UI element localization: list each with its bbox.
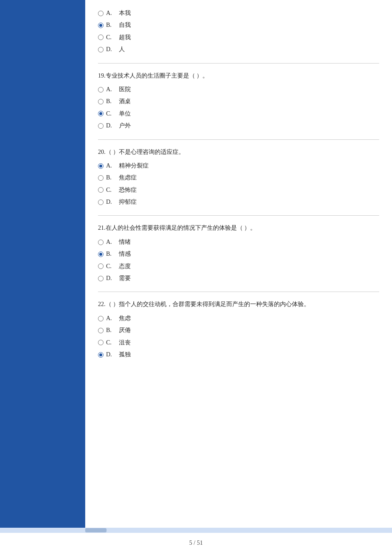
option-label: D. <box>106 121 115 130</box>
main-content: A. 本我 B. 自我 C. 超我 D. 人 <box>85 0 392 528</box>
question-block-partial: A. 本我 B. 自我 C. 超我 D. 人 <box>98 9 379 64</box>
option-text: 单位 <box>119 109 131 119</box>
option-label: A. <box>106 85 115 94</box>
question-title: 20.（ ）不是心理咨询的适应症。 <box>98 147 379 157</box>
radio-circle[interactable] <box>98 276 104 281</box>
radio-circle[interactable] <box>98 47 104 52</box>
option-row[interactable]: C. 超我 <box>98 33 379 42</box>
option-row[interactable]: C. 单位 <box>98 109 379 119</box>
option-label: A. <box>106 9 115 18</box>
radio-circle[interactable] <box>98 352 104 358</box>
radio-circle[interactable] <box>98 316 104 321</box>
option-label: C. <box>106 185 115 195</box>
question-title: 19.专业技术人员的生活圈子主要是（ ）。 <box>98 71 379 81</box>
option-label: B. <box>106 173 115 182</box>
option-label: C. <box>106 338 115 347</box>
option-row[interactable]: A. 医院 <box>98 85 379 94</box>
radio-circle[interactable] <box>98 123 104 129</box>
option-text: 自我 <box>119 20 131 30</box>
scrollbar-thumb[interactable] <box>85 528 107 532</box>
option-row[interactable]: B. 情感 <box>98 249 379 259</box>
option-label: B. <box>106 326 115 335</box>
option-row[interactable]: D. 户外 <box>98 121 379 130</box>
radio-circle[interactable] <box>98 35 104 40</box>
option-label: B. <box>106 20 115 30</box>
radio-circle[interactable] <box>98 240 104 245</box>
questions-container: 19.专业技术人员的生活圈子主要是（ ）。 A. 医院 B. 酒桌 C. 单位 <box>98 71 379 368</box>
option-text: 酒桌 <box>119 97 131 106</box>
option-label: A. <box>106 237 115 247</box>
option-row[interactable]: D. 孤独 <box>98 350 379 359</box>
option-row[interactable]: C. 沮丧 <box>98 338 379 347</box>
option-label: A. <box>106 314 115 323</box>
option-row[interactable]: A. 本我 <box>98 9 379 18</box>
option-row[interactable]: A. 焦虑 <box>98 314 379 323</box>
question-block-q19: 19.专业技术人员的生活圈子主要是（ ）。 A. 医院 B. 酒桌 C. 单位 <box>98 71 379 140</box>
content-area: A. 本我 B. 自我 C. 超我 D. 人 <box>0 0 392 528</box>
page-wrapper: A. 本我 B. 自我 C. 超我 D. 人 <box>0 0 392 555</box>
option-label: D. <box>106 45 115 54</box>
option-row[interactable]: D. 需要 <box>98 274 379 283</box>
radio-circle[interactable] <box>98 263 104 269</box>
radio-circle[interactable] <box>98 187 104 193</box>
radio-circle[interactable] <box>98 251 104 257</box>
option-text: 恐怖症 <box>119 185 137 195</box>
option-label: A. <box>106 161 115 171</box>
option-text: 厌倦 <box>119 326 131 335</box>
question-block-q21: 21.在人的社会性需要获得满足的情况下产生的体验是（ ）。 A. 情绪 B. 情… <box>98 223 379 292</box>
option-label: B. <box>106 249 115 259</box>
option-label: B. <box>106 97 115 106</box>
option-text: 情感 <box>119 249 131 259</box>
option-label: D. <box>106 197 115 207</box>
option-text: 焦虑 <box>119 314 131 323</box>
option-text: 需要 <box>119 274 131 283</box>
option-label: D. <box>106 350 115 359</box>
question-title: 22.（ ）指个人的交往动机，合群需要未得到满足而产生的一种失落的内心体验。 <box>98 300 379 309</box>
radio-circle[interactable] <box>98 23 104 28</box>
option-row[interactable]: A. 情绪 <box>98 237 379 247</box>
option-row[interactable]: C. 态度 <box>98 262 379 271</box>
option-row[interactable]: B. 焦虑症 <box>98 173 379 182</box>
option-row[interactable]: B. 厌倦 <box>98 326 379 335</box>
radio-circle[interactable] <box>98 111 104 116</box>
option-text: 沮丧 <box>119 338 131 347</box>
option-label: C. <box>106 262 115 271</box>
scrollbar-area[interactable] <box>0 528 392 533</box>
option-label: D. <box>106 274 115 283</box>
option-label: C. <box>106 109 115 119</box>
radio-circle[interactable] <box>98 340 104 345</box>
option-row[interactable]: D. 人 <box>98 45 379 54</box>
option-text: 人 <box>119 45 125 54</box>
sidebar <box>0 0 85 528</box>
option-row[interactable]: D. 抑郁症 <box>98 197 379 207</box>
radio-circle[interactable] <box>98 87 104 92</box>
option-text: 医院 <box>119 85 131 94</box>
option-text: 态度 <box>119 262 131 271</box>
radio-circle[interactable] <box>98 163 104 169</box>
option-text: 情绪 <box>119 237 131 247</box>
option-text: 本我 <box>119 9 131 18</box>
option-text: 焦虑症 <box>119 173 137 182</box>
footer-pagination: 5 / 51 <box>0 533 392 555</box>
radio-circle[interactable] <box>98 328 104 333</box>
option-text: 户外 <box>119 121 131 130</box>
option-row[interactable]: A. 精神分裂症 <box>98 161 379 171</box>
radio-circle[interactable] <box>98 199 104 205</box>
options-q18: A. 本我 B. 自我 C. 超我 D. 人 <box>98 9 379 55</box>
option-text: 抑郁症 <box>119 197 137 207</box>
option-text: 超我 <box>119 33 131 42</box>
option-row[interactable]: B. 自我 <box>98 20 379 30</box>
option-text: 孤独 <box>119 350 131 359</box>
question-block-q20: 20.（ ）不是心理咨询的适应症。 A. 精神分裂症 B. 焦虑症 C. 恐怖症 <box>98 147 379 216</box>
radio-circle[interactable] <box>98 175 104 181</box>
radio-circle[interactable] <box>98 99 104 104</box>
option-row[interactable]: B. 酒桌 <box>98 97 379 106</box>
option-row[interactable]: C. 恐怖症 <box>98 185 379 195</box>
question-title: 21.在人的社会性需要获得满足的情况下产生的体验是（ ）。 <box>98 223 379 233</box>
option-text: 精神分裂症 <box>119 161 149 171</box>
pagination-text: 5 / 51 <box>189 540 203 546</box>
question-block-q22: 22.（ ）指个人的交往动机，合群需要未得到满足而产生的一种失落的内心体验。 A… <box>98 300 379 368</box>
option-label: C. <box>106 33 115 42</box>
radio-circle[interactable] <box>98 11 104 16</box>
